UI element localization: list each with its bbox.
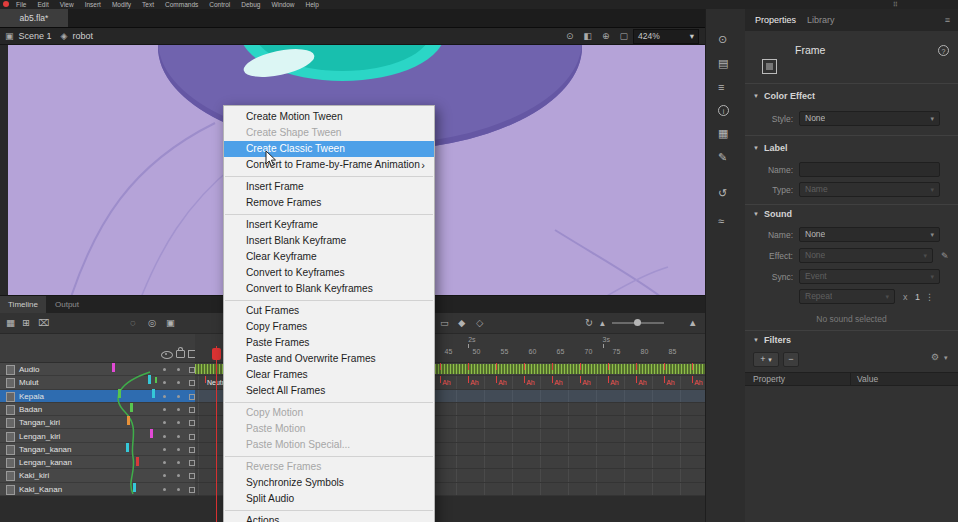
context-menu-item[interactable]: Insert Blank Keyframe [224,233,434,249]
edit-envelope-icon[interactable]: ✎ [941,251,949,261]
layer-lock-dot[interactable] [177,435,180,438]
timeline-options-icon[interactable]: ▴ [600,317,605,329]
layer-outline-swatch[interactable] [189,447,195,453]
layer-lock-dot[interactable] [177,381,180,384]
edit-multiple-frames-button[interactable]: ▣ [166,317,175,329]
edit-scene-icon[interactable]: ▣ [5,28,14,44]
layer-lock-dot[interactable] [177,448,180,451]
slider-knob[interactable] [634,319,641,326]
breadcrumb-scene[interactable]: Scene 1 [19,31,52,41]
menu-insert[interactable]: Insert [85,0,101,9]
tab-output[interactable]: Output [46,296,88,313]
layer-Kepala[interactable]: Kepala [0,390,195,403]
tab-properties[interactable]: Properties [755,9,796,31]
breadcrumb-symbol[interactable]: robot [72,31,93,41]
insert-blank-keyframe-button[interactable]: ◇ [476,317,483,329]
layer-outline-swatch[interactable] [189,394,195,400]
layer-lock-dot[interactable] [177,368,180,371]
layer-Tangan_kanan[interactable]: Tangan_kanan [0,443,195,456]
layer-outline-swatch[interactable] [189,460,195,466]
context-menu-item[interactable]: Paste and Overwrite Frames [224,351,434,367]
frame-view-icon[interactable]: ▲ [688,317,697,329]
document-tab[interactable]: ab5.fla* [0,9,68,27]
context-menu-item[interactable]: Actions [224,513,434,522]
layer-outline-swatch[interactable] [189,407,195,413]
delete-layer-button[interactable]: ⌧ [38,317,49,329]
layer-Audio[interactable]: Audio [0,363,195,376]
menu-view[interactable]: View [60,0,74,9]
layer-outline-swatch[interactable] [189,473,195,479]
insert-frame-button[interactable]: ▭ [440,317,449,329]
history-panel-icon[interactable]: ↺ [718,187,727,200]
layer-Badan[interactable]: Badan [0,403,195,416]
camera-panel-icon[interactable]: ⊙ [718,33,727,46]
layer-Tangan_kiri[interactable]: Tangan_kiri [0,416,195,429]
motion-editor-panel-icon[interactable]: ≈ [718,215,724,227]
layer-outline-swatch[interactable] [189,487,195,493]
panel-menu-icon[interactable]: ≡ [945,15,950,25]
menu-window[interactable]: Window [271,0,294,9]
menu-modify[interactable]: Modify [112,0,131,9]
workspace-switcher-icon[interactable]: ⠿ [893,0,898,9]
layer-Kaki_kiri[interactable]: Kaki_kiri [0,469,195,482]
stepper-icon[interactable]: ⋮ [925,292,934,302]
context-menu-item[interactable]: Cut Frames [224,303,434,319]
context-menu-item[interactable]: Remove Frames [224,195,434,211]
layer-outline-swatch[interactable] [189,420,195,426]
layer-Lengan_kanan[interactable]: Lengan_kanan [0,456,195,469]
add-layer-button[interactable]: ▦ [6,317,15,329]
section-sound[interactable]: ▼Sound [753,209,792,219]
timeline-zoom-slider[interactable] [612,322,664,324]
context-menu-item[interactable]: Select All Frames [224,383,434,399]
show-hide-all-icon[interactable] [161,351,173,359]
tab-library[interactable]: Library [807,9,835,31]
onion-skin-button[interactable]: ◌ [130,317,136,329]
layer-outline-swatch[interactable] [189,367,195,373]
info-panel-icon[interactable]: i [718,105,729,116]
add-folder-button[interactable]: ⊞ [22,317,30,329]
paint-bucket-icon[interactable]: ◧ [583,28,592,44]
context-menu-item[interactable]: Split Audio [224,491,434,507]
layer-lock-dot[interactable] [177,408,180,411]
context-menu-item[interactable]: Insert Keyframe [224,217,434,233]
section-color-effect[interactable]: ▼Color Effect [753,91,815,101]
context-menu-item[interactable]: Synchronize Symbols [224,475,434,491]
menu-help[interactable]: Help [306,0,319,9]
context-menu-item[interactable]: Copy Frames [224,319,434,335]
help-icon[interactable]: ? [938,45,949,56]
context-menu-item[interactable]: Convert to Blank Keyframes [224,281,434,297]
align-panel-icon[interactable]: ≡ [718,81,724,93]
menu-control[interactable]: Control [209,0,230,9]
layer-Mulut[interactable]: Mulut [0,376,195,389]
camera-icon[interactable]: ⊙ [566,28,574,44]
context-menu-item[interactable]: Paste Frames [224,335,434,351]
loop-button[interactable]: ↻ [585,317,593,329]
center-stage-button[interactable]: ⊕ [602,28,610,44]
layer-lock-dot[interactable] [177,488,180,491]
insert-keyframe-button[interactable]: ◆ [458,317,465,329]
section-filters[interactable]: ▼Filters [753,335,791,345]
context-menu-item[interactable]: Create Classic Tween [224,141,434,157]
layer-outline-swatch[interactable] [189,380,195,386]
add-filter-button[interactable]: + ▾ [753,352,779,367]
context-menu-item[interactable]: Clear Frames [224,367,434,383]
clip-content-toggle[interactable]: ▢ [619,28,628,44]
layer-lock-dot[interactable] [177,395,180,398]
context-menu-item[interactable]: Clear Keyframe [224,249,434,265]
layer-outline-swatch[interactable] [189,434,195,440]
zoom-control[interactable]: 424% ▾ [633,29,699,44]
layer-lock-dot[interactable] [177,421,180,424]
brush-panel-icon[interactable]: ✎ [718,151,727,164]
sound-name-dropdown[interactable]: None▾ [799,227,940,242]
menu-commands[interactable]: Commands [165,0,198,9]
layer-Lengan_kiri[interactable]: Lengan_kiri [0,430,195,443]
context-menu-item[interactable]: Create Motion Tween [224,109,434,125]
menu-debug[interactable]: Debug [241,0,260,9]
chevron-down-icon[interactable]: ▾ [944,354,948,362]
section-label[interactable]: ▼Label [753,143,787,153]
transform-panel-icon[interactable]: ▦ [718,127,728,140]
frames-panel-icon[interactable]: ▤ [718,57,728,70]
lock-all-icon[interactable] [176,350,185,358]
layer-lock-dot[interactable] [177,461,180,464]
menu-file[interactable]: File [16,0,26,9]
